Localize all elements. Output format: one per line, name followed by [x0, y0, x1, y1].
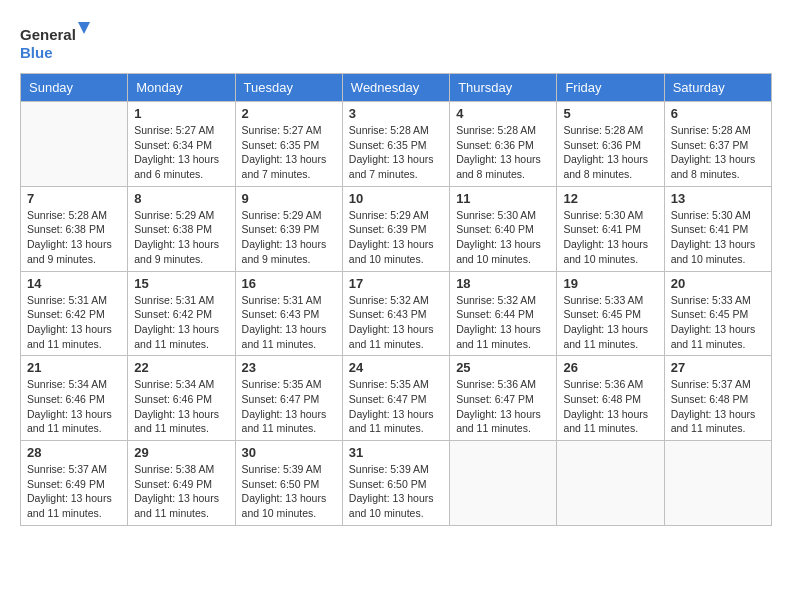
day-number: 23	[242, 360, 336, 375]
day-number: 12	[563, 191, 657, 206]
day-info: Sunrise: 5:37 AMSunset: 6:49 PMDaylight:…	[27, 462, 121, 521]
day-number: 22	[134, 360, 228, 375]
calendar-header-thursday: Thursday	[450, 74, 557, 102]
day-number: 21	[27, 360, 121, 375]
calendar-cell: 19Sunrise: 5:33 AMSunset: 6:45 PMDayligh…	[557, 271, 664, 356]
day-number: 1	[134, 106, 228, 121]
calendar-week-row: 7Sunrise: 5:28 AMSunset: 6:38 PMDaylight…	[21, 186, 772, 271]
day-number: 9	[242, 191, 336, 206]
calendar-cell: 15Sunrise: 5:31 AMSunset: 6:42 PMDayligh…	[128, 271, 235, 356]
calendar-cell: 4Sunrise: 5:28 AMSunset: 6:36 PMDaylight…	[450, 102, 557, 187]
header: General Blue	[20, 20, 772, 65]
day-info: Sunrise: 5:29 AMSunset: 6:39 PMDaylight:…	[349, 208, 443, 267]
day-info: Sunrise: 5:30 AMSunset: 6:41 PMDaylight:…	[671, 208, 765, 267]
day-info: Sunrise: 5:36 AMSunset: 6:48 PMDaylight:…	[563, 377, 657, 436]
calendar-cell: 10Sunrise: 5:29 AMSunset: 6:39 PMDayligh…	[342, 186, 449, 271]
day-info: Sunrise: 5:29 AMSunset: 6:38 PMDaylight:…	[134, 208, 228, 267]
day-info: Sunrise: 5:28 AMSunset: 6:36 PMDaylight:…	[456, 123, 550, 182]
day-number: 17	[349, 276, 443, 291]
calendar-cell	[450, 441, 557, 526]
calendar-week-row: 28Sunrise: 5:37 AMSunset: 6:49 PMDayligh…	[21, 441, 772, 526]
day-info: Sunrise: 5:30 AMSunset: 6:40 PMDaylight:…	[456, 208, 550, 267]
calendar-cell: 31Sunrise: 5:39 AMSunset: 6:50 PMDayligh…	[342, 441, 449, 526]
calendar-cell: 26Sunrise: 5:36 AMSunset: 6:48 PMDayligh…	[557, 356, 664, 441]
day-number: 30	[242, 445, 336, 460]
calendar-cell: 20Sunrise: 5:33 AMSunset: 6:45 PMDayligh…	[664, 271, 771, 356]
day-info: Sunrise: 5:32 AMSunset: 6:43 PMDaylight:…	[349, 293, 443, 352]
day-info: Sunrise: 5:29 AMSunset: 6:39 PMDaylight:…	[242, 208, 336, 267]
day-info: Sunrise: 5:39 AMSunset: 6:50 PMDaylight:…	[242, 462, 336, 521]
day-number: 18	[456, 276, 550, 291]
day-number: 4	[456, 106, 550, 121]
calendar-cell: 14Sunrise: 5:31 AMSunset: 6:42 PMDayligh…	[21, 271, 128, 356]
calendar-cell: 29Sunrise: 5:38 AMSunset: 6:49 PMDayligh…	[128, 441, 235, 526]
day-number: 2	[242, 106, 336, 121]
day-info: Sunrise: 5:28 AMSunset: 6:38 PMDaylight:…	[27, 208, 121, 267]
day-number: 14	[27, 276, 121, 291]
day-number: 10	[349, 191, 443, 206]
calendar-cell	[664, 441, 771, 526]
logo-svg: General Blue	[20, 20, 90, 65]
day-number: 15	[134, 276, 228, 291]
calendar-cell: 8Sunrise: 5:29 AMSunset: 6:38 PMDaylight…	[128, 186, 235, 271]
day-number: 28	[27, 445, 121, 460]
calendar-header-sunday: Sunday	[21, 74, 128, 102]
day-number: 25	[456, 360, 550, 375]
svg-marker-1	[78, 22, 90, 34]
calendar-cell: 13Sunrise: 5:30 AMSunset: 6:41 PMDayligh…	[664, 186, 771, 271]
calendar-cell: 27Sunrise: 5:37 AMSunset: 6:48 PMDayligh…	[664, 356, 771, 441]
calendar-header-monday: Monday	[128, 74, 235, 102]
calendar-week-row: 1Sunrise: 5:27 AMSunset: 6:34 PMDaylight…	[21, 102, 772, 187]
day-number: 31	[349, 445, 443, 460]
svg-text:Blue: Blue	[20, 44, 53, 61]
day-number: 19	[563, 276, 657, 291]
day-number: 26	[563, 360, 657, 375]
calendar-cell: 7Sunrise: 5:28 AMSunset: 6:38 PMDaylight…	[21, 186, 128, 271]
day-number: 27	[671, 360, 765, 375]
day-info: Sunrise: 5:32 AMSunset: 6:44 PMDaylight:…	[456, 293, 550, 352]
day-info: Sunrise: 5:36 AMSunset: 6:47 PMDaylight:…	[456, 377, 550, 436]
calendar-cell: 12Sunrise: 5:30 AMSunset: 6:41 PMDayligh…	[557, 186, 664, 271]
calendar-cell: 28Sunrise: 5:37 AMSunset: 6:49 PMDayligh…	[21, 441, 128, 526]
day-info: Sunrise: 5:35 AMSunset: 6:47 PMDaylight:…	[242, 377, 336, 436]
day-number: 24	[349, 360, 443, 375]
calendar-cell	[21, 102, 128, 187]
day-number: 6	[671, 106, 765, 121]
calendar-cell: 18Sunrise: 5:32 AMSunset: 6:44 PMDayligh…	[450, 271, 557, 356]
calendar-header-friday: Friday	[557, 74, 664, 102]
calendar-cell	[557, 441, 664, 526]
day-info: Sunrise: 5:31 AMSunset: 6:42 PMDaylight:…	[27, 293, 121, 352]
day-info: Sunrise: 5:27 AMSunset: 6:34 PMDaylight:…	[134, 123, 228, 182]
calendar-cell: 1Sunrise: 5:27 AMSunset: 6:34 PMDaylight…	[128, 102, 235, 187]
day-number: 5	[563, 106, 657, 121]
day-number: 3	[349, 106, 443, 121]
svg-text:General: General	[20, 26, 76, 43]
calendar-header-saturday: Saturday	[664, 74, 771, 102]
calendar-header-tuesday: Tuesday	[235, 74, 342, 102]
day-info: Sunrise: 5:34 AMSunset: 6:46 PMDaylight:…	[27, 377, 121, 436]
calendar-cell: 2Sunrise: 5:27 AMSunset: 6:35 PMDaylight…	[235, 102, 342, 187]
day-info: Sunrise: 5:31 AMSunset: 6:43 PMDaylight:…	[242, 293, 336, 352]
day-info: Sunrise: 5:37 AMSunset: 6:48 PMDaylight:…	[671, 377, 765, 436]
calendar-cell: 9Sunrise: 5:29 AMSunset: 6:39 PMDaylight…	[235, 186, 342, 271]
day-info: Sunrise: 5:30 AMSunset: 6:41 PMDaylight:…	[563, 208, 657, 267]
calendar-cell: 11Sunrise: 5:30 AMSunset: 6:40 PMDayligh…	[450, 186, 557, 271]
day-number: 20	[671, 276, 765, 291]
day-info: Sunrise: 5:38 AMSunset: 6:49 PMDaylight:…	[134, 462, 228, 521]
calendar-cell: 24Sunrise: 5:35 AMSunset: 6:47 PMDayligh…	[342, 356, 449, 441]
day-info: Sunrise: 5:34 AMSunset: 6:46 PMDaylight:…	[134, 377, 228, 436]
calendar-cell: 23Sunrise: 5:35 AMSunset: 6:47 PMDayligh…	[235, 356, 342, 441]
calendar-table: SundayMondayTuesdayWednesdayThursdayFrid…	[20, 73, 772, 526]
day-number: 13	[671, 191, 765, 206]
day-info: Sunrise: 5:27 AMSunset: 6:35 PMDaylight:…	[242, 123, 336, 182]
day-info: Sunrise: 5:33 AMSunset: 6:45 PMDaylight:…	[563, 293, 657, 352]
calendar-cell: 25Sunrise: 5:36 AMSunset: 6:47 PMDayligh…	[450, 356, 557, 441]
day-number: 11	[456, 191, 550, 206]
day-info: Sunrise: 5:35 AMSunset: 6:47 PMDaylight:…	[349, 377, 443, 436]
day-number: 7	[27, 191, 121, 206]
calendar-week-row: 14Sunrise: 5:31 AMSunset: 6:42 PMDayligh…	[21, 271, 772, 356]
calendar-cell: 16Sunrise: 5:31 AMSunset: 6:43 PMDayligh…	[235, 271, 342, 356]
calendar-cell: 17Sunrise: 5:32 AMSunset: 6:43 PMDayligh…	[342, 271, 449, 356]
calendar-cell: 22Sunrise: 5:34 AMSunset: 6:46 PMDayligh…	[128, 356, 235, 441]
day-info: Sunrise: 5:39 AMSunset: 6:50 PMDaylight:…	[349, 462, 443, 521]
